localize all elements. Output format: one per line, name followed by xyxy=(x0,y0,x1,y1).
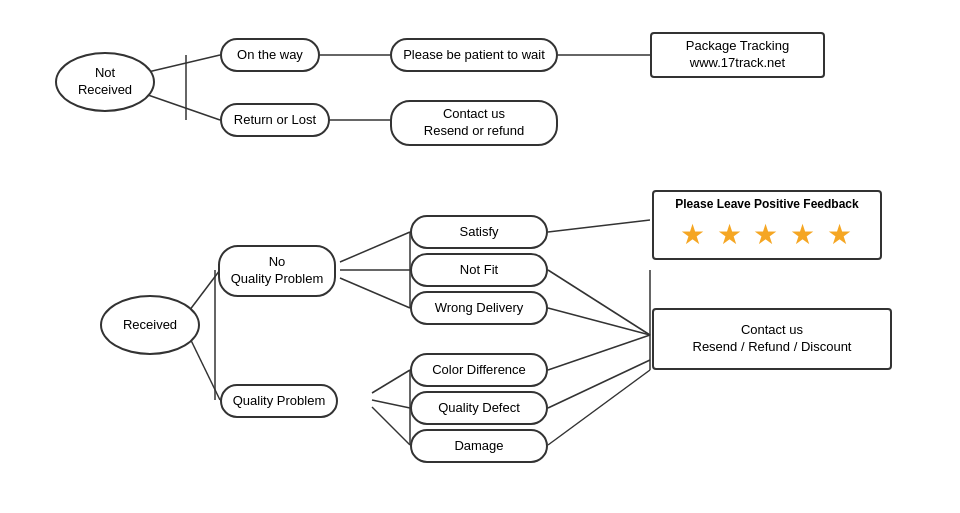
svg-line-9 xyxy=(340,278,410,308)
be-patient-label: Please be patient to wait xyxy=(403,47,545,64)
svg-line-1 xyxy=(148,95,220,120)
stars-display: ★ ★ ★ ★ ★ xyxy=(680,217,854,253)
on-the-way-node: On the way xyxy=(220,38,320,72)
wrong-delivery-label: Wrong Delivery xyxy=(435,300,524,317)
color-difference-node: Color Difference xyxy=(410,353,548,387)
contact-resend-node: Contact us Resend or refund xyxy=(390,100,558,146)
svg-line-10 xyxy=(372,370,410,393)
quality-problem-node: Quality Problem xyxy=(220,384,338,418)
not-fit-label: Not Fit xyxy=(460,262,498,279)
not-fit-node: Not Fit xyxy=(410,253,548,287)
satisfy-label: Satisfy xyxy=(459,224,498,241)
svg-line-15 xyxy=(548,308,650,335)
feedback-node: Please Leave Positive Feedback ★ ★ ★ ★ ★ xyxy=(652,190,882,260)
svg-line-16 xyxy=(548,335,650,370)
not-received-node: Not Received xyxy=(55,52,155,112)
svg-line-0 xyxy=(148,55,220,72)
damage-label: Damage xyxy=(454,438,503,455)
wrong-delivery-node: Wrong Delivery xyxy=(410,291,548,325)
contact-resend2-node: Contact us Resend / Refund / Discount xyxy=(652,308,892,370)
be-patient-node: Please be patient to wait xyxy=(390,38,558,72)
svg-line-7 xyxy=(340,232,410,262)
received-label: Received xyxy=(123,317,177,334)
svg-line-14 xyxy=(548,270,650,335)
contact-resend-label: Contact us Resend or refund xyxy=(424,106,524,140)
svg-line-18 xyxy=(548,370,650,445)
damage-node: Damage xyxy=(410,429,548,463)
svg-line-11 xyxy=(372,400,410,408)
package-tracking-label: Package Tracking www.17track.net xyxy=(686,38,789,72)
no-quality-problem-node: No Quality Problem xyxy=(218,245,336,297)
no-quality-problem-label: No Quality Problem xyxy=(231,254,323,288)
svg-line-12 xyxy=(372,407,410,445)
quality-defect-label: Quality Defect xyxy=(438,400,520,417)
not-received-label: Not Received xyxy=(78,65,132,99)
satisfy-node: Satisfy xyxy=(410,215,548,249)
svg-line-13 xyxy=(548,220,650,232)
quality-problem-label: Quality Problem xyxy=(233,393,325,410)
received-node: Received xyxy=(100,295,200,355)
svg-line-17 xyxy=(548,360,650,408)
contact-resend2-label: Contact us Resend / Refund / Discount xyxy=(693,322,852,356)
return-or-lost-label: Return or Lost xyxy=(234,112,316,129)
feedback-label: Please Leave Positive Feedback xyxy=(675,197,858,213)
color-difference-label: Color Difference xyxy=(432,362,526,379)
return-or-lost-node: Return or Lost xyxy=(220,103,330,137)
quality-defect-node: Quality Defect xyxy=(410,391,548,425)
package-tracking-node: Package Tracking www.17track.net xyxy=(650,32,825,78)
on-the-way-label: On the way xyxy=(237,47,303,64)
